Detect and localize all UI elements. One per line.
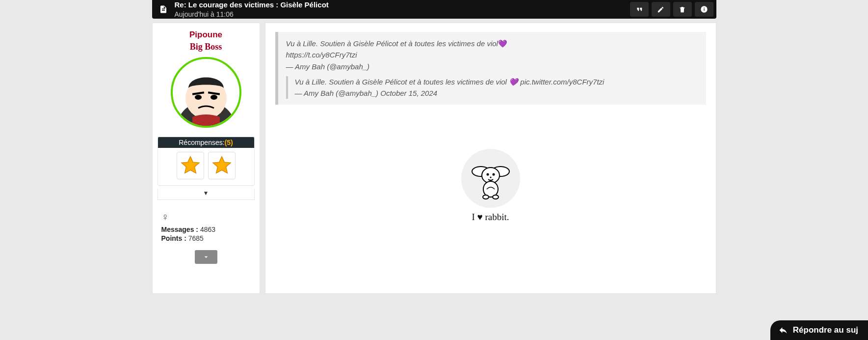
quote1-text: Vu à Lille. Soutien à Gisèle Pélicot et …: [286, 39, 498, 48]
edit-button[interactable]: [652, 2, 670, 17]
svg-point-15: [493, 195, 499, 199]
profile-card: Pipoune Big Boss: [152, 23, 260, 294]
quote1-author: — Amy Bah (@amybah_): [286, 61, 698, 72]
svg-point-3: [195, 95, 202, 100]
points-label: Points :: [161, 234, 186, 242]
rewards-expand-button[interactable]: ▼: [158, 189, 255, 200]
svg-text:i: i: [703, 7, 705, 12]
rewards-label: Récompenses:: [179, 139, 224, 146]
messages-label: Messages :: [161, 226, 198, 233]
profile-more-button[interactable]: [195, 250, 217, 264]
svg-point-11: [492, 173, 495, 176]
signature: I ♥ rabbit.: [275, 149, 706, 223]
svg-point-14: [483, 195, 489, 199]
messages-value: 4863: [200, 226, 215, 233]
reward-star-icon: [177, 152, 204, 179]
document-icon: [159, 5, 168, 14]
quote1-link[interactable]: https://t.co/y8CFry7tzi: [286, 49, 698, 60]
svg-point-4: [210, 95, 217, 100]
post-body: Vu à Lille. Soutien à Gisèle Pélicot et …: [265, 23, 716, 294]
quote2-text: Vu à Lille. Soutien à Gisèle Pélicot et …: [295, 76, 698, 87]
quote-block: Vu à Lille. Soutien à Gisèle Pélicot et …: [275, 32, 706, 105]
svg-point-10: [486, 173, 489, 176]
rewards-box: Récompenses:(5): [158, 137, 255, 186]
svg-point-12: [490, 177, 491, 178]
rabbit-icon: [461, 149, 520, 208]
delete-button[interactable]: [673, 2, 692, 17]
rewards-count: (5): [225, 139, 233, 146]
post-timestamp: Aujourd'hui à 11:06: [175, 10, 627, 19]
info-button[interactable]: i: [695, 2, 713, 17]
post-header: Re: Le courage des victimes : Gisèle Pél…: [152, 0, 716, 19]
heart-icon: 💜: [498, 39, 507, 48]
avatar[interactable]: [171, 57, 241, 128]
user-rank: Big Boss: [153, 42, 260, 52]
quote2-author: — Amy Bah (@amybah_) October 15, 2024: [295, 87, 698, 99]
username[interactable]: Pipoune: [153, 30, 260, 40]
signature-text: I ♥ rabbit.: [275, 212, 706, 223]
points-value: 7685: [188, 234, 204, 242]
post-title: Re: Le courage des victimes : Gisèle Pél…: [175, 0, 627, 10]
quote-button[interactable]: [630, 2, 649, 17]
reward-star-icon: [208, 152, 236, 179]
gender-icon: ♀: [161, 211, 251, 224]
